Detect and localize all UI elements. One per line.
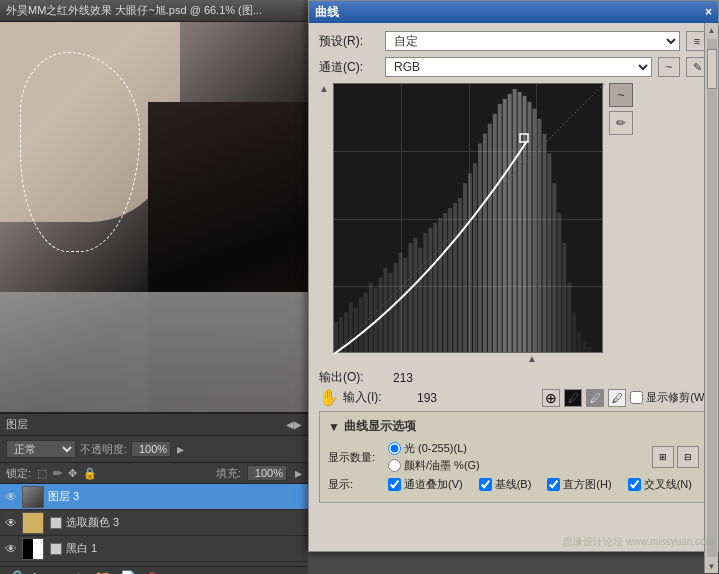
layer-mask-thumbnail2	[50, 543, 62, 555]
channel-select[interactable]: RGB	[385, 57, 652, 77]
light-pigment-radio-group: 光 (0-255)(L) 颜料/油墨 %(G)	[388, 441, 480, 473]
fill-label: 填充:	[216, 466, 241, 481]
link-layers-button[interactable]: 🔗	[4, 570, 24, 574]
layers-lock-row: 锁定: ⬚ ✏ ✥ 🔒 填充: ▸	[0, 463, 308, 484]
light-radio-label[interactable]: 光 (0-255)(L)	[388, 441, 480, 456]
input-arrow: ▲	[527, 353, 537, 364]
input-label: 输入(I):	[343, 389, 413, 406]
histogram-checkbox[interactable]	[547, 478, 560, 491]
curves-content: 预设(R): 自定 ≡ 通道(C): RGB ~ ✎ ▲	[309, 23, 718, 511]
layer-visibility-toggle[interactable]: 👁	[4, 542, 18, 556]
layers-collapse-icons[interactable]: ◀▶	[286, 419, 302, 430]
layer-list: 👁 图层 3 👁 选取颜色 3 👁	[0, 484, 308, 566]
layer-thumbnail	[22, 538, 44, 560]
curves-display-section: ▼ 曲线显示选项 显示数量: 光 (0-255)(L) 颜料/油墨 %(G)	[319, 411, 708, 503]
layers-panel: 图层 ◀▶ 正常 不透明度: ▸ 锁定: ⬚ ✏ ✥ 🔒 填充: ▸	[0, 412, 308, 574]
curves-graph-area: ▲	[319, 83, 708, 353]
grid-buttons: ⊞ ⊟	[652, 446, 699, 468]
thumb-photo-icon	[23, 486, 43, 508]
lock-paint-icon[interactable]: ✏	[53, 467, 62, 480]
bw-thumb	[23, 538, 43, 560]
layer-item[interactable]: 👁 图层 3	[0, 484, 308, 510]
new-layer-button[interactable]: 📄	[118, 570, 138, 574]
fill-arrow[interactable]: ▸	[295, 465, 302, 481]
output-row: 输出(O): 213	[319, 369, 708, 386]
output-value: 213	[393, 371, 429, 385]
baseline-checkbox[interactable]	[479, 478, 492, 491]
display-section-header[interactable]: ▼ 曲线显示选项	[328, 418, 699, 435]
clip-checkbox-label: 显示修剪(W)	[630, 390, 708, 405]
blend-mode-select[interactable]: 正常	[6, 440, 76, 458]
channel-label: 通道(C):	[319, 59, 379, 76]
lock-transparent-icon[interactable]: ⬚	[37, 467, 47, 480]
curve-line	[334, 84, 604, 354]
new-folder-button[interactable]: 📁	[92, 570, 112, 574]
scroll-down-arrow[interactable]: ▼	[705, 559, 719, 573]
lock-move-icon[interactable]: ✥	[68, 467, 77, 480]
curves-titlebar: 曲线 ×	[309, 1, 718, 23]
intersect-checkbox[interactable]	[628, 478, 641, 491]
clip-checkbox[interactable]	[630, 391, 643, 404]
layer-name: 选取颜色 3	[66, 515, 304, 530]
layers-titlebar: 图层 ◀▶	[0, 414, 308, 436]
shirt-region	[0, 292, 308, 412]
scroll-thumb[interactable]	[707, 49, 717, 89]
layer-visibility-toggle[interactable]: 👁	[4, 516, 18, 530]
channel-overlay-label[interactable]: 通道叠加(V)	[388, 477, 463, 492]
layer-name: 黑白 1	[66, 541, 304, 556]
layer-item[interactable]: 👁 选取颜色 3	[0, 510, 308, 536]
preset-label: 预设(R):	[319, 33, 379, 50]
adjustment-thumb	[23, 512, 43, 534]
black-point-eyedropper[interactable]: 🖊	[564, 389, 582, 407]
input-value: 193	[417, 391, 453, 405]
canvas-image[interactable]	[0, 22, 308, 412]
add-mask-button[interactable]: ◻	[50, 570, 65, 574]
lock-all-icon[interactable]: 🔒	[83, 467, 97, 480]
smooth-curve-button[interactable]: ~	[609, 83, 633, 107]
new-adjustment-button[interactable]: ⊕	[71, 570, 86, 574]
curves-close-button[interactable]: ×	[705, 5, 712, 19]
white-point-eyedropper[interactable]: 🖊	[608, 389, 626, 407]
show-label: 显示:	[328, 477, 378, 492]
scroll-up-arrow[interactable]: ▲	[705, 23, 719, 37]
simple-grid-button[interactable]: ⊞	[652, 446, 674, 468]
layer-item[interactable]: 👁 黑白 1	[0, 536, 308, 562]
layer-mask-thumbnail	[50, 517, 62, 529]
intersect-label[interactable]: 交叉线(N)	[628, 477, 692, 492]
add-style-button[interactable]: fx	[30, 570, 44, 574]
show-options-row: 显示: 通道叠加(V) 基线(B) 直方图(H)	[328, 477, 699, 492]
pigment-radio[interactable]	[388, 459, 401, 472]
svg-rect-53	[520, 134, 528, 142]
histogram-label[interactable]: 直方图(H)	[547, 477, 611, 492]
sample-all-eyedropper[interactable]: ⊕	[542, 389, 560, 407]
baseline-label[interactable]: 基线(B)	[479, 477, 532, 492]
channel-overlay-checkbox[interactable]	[388, 478, 401, 491]
curves-graph[interactable]: ▲	[333, 83, 603, 353]
scroll-track[interactable]	[707, 39, 717, 557]
curves-dialog: 曲线 × 预设(R): 自定 ≡ 通道(C): RGB ~ ✎	[308, 0, 719, 552]
preset-select[interactable]: 自定	[385, 31, 680, 51]
fill-input[interactable]	[247, 465, 287, 481]
show-checkboxes: 通道叠加(V) 基线(B) 直方图(H) 交叉线(N)	[388, 477, 692, 492]
detailed-grid-button[interactable]: ⊟	[677, 446, 699, 468]
delete-layer-button[interactable]: 🗑	[144, 570, 161, 574]
opacity-label: 不透明度:	[80, 442, 127, 457]
main-area: 图层 ◀▶ 正常 不透明度: ▸ 锁定: ⬚ ✏ ✥ 🔒 填充: ▸	[0, 22, 719, 574]
curves-title: 曲线	[315, 4, 705, 21]
input-eyedropper-row: ✋ 输入(I): 193 ⊕ 🖊 🖊 🖊 显示修剪(W)	[319, 388, 708, 407]
channel-button-a[interactable]: ~	[658, 57, 680, 77]
layer-visibility-toggle[interactable]: 👁	[4, 490, 18, 504]
opacity-arrow[interactable]: ▸	[177, 441, 184, 457]
gray-point-eyedropper[interactable]: 🖊	[586, 389, 604, 407]
curves-scrollbar[interactable]: ▲ ▼	[704, 23, 718, 573]
svg-line-52	[334, 84, 604, 354]
opacity-input[interactable]	[131, 441, 171, 457]
pigment-radio-label[interactable]: 颜料/油墨 %(G)	[388, 458, 480, 473]
section-collapse-icon: ▼	[328, 420, 340, 434]
hand-tool-icon[interactable]: ✋	[319, 388, 339, 407]
light-radio[interactable]	[388, 442, 401, 455]
watermark: 思缘设计论坛 www.missyuan.com	[563, 535, 714, 549]
pencil-curve-button[interactable]: ✏	[609, 111, 633, 135]
canvas-area: 图层 ◀▶ 正常 不透明度: ▸ 锁定: ⬚ ✏ ✥ 🔒 填充: ▸	[0, 22, 308, 574]
layer-thumbnail	[22, 512, 44, 534]
